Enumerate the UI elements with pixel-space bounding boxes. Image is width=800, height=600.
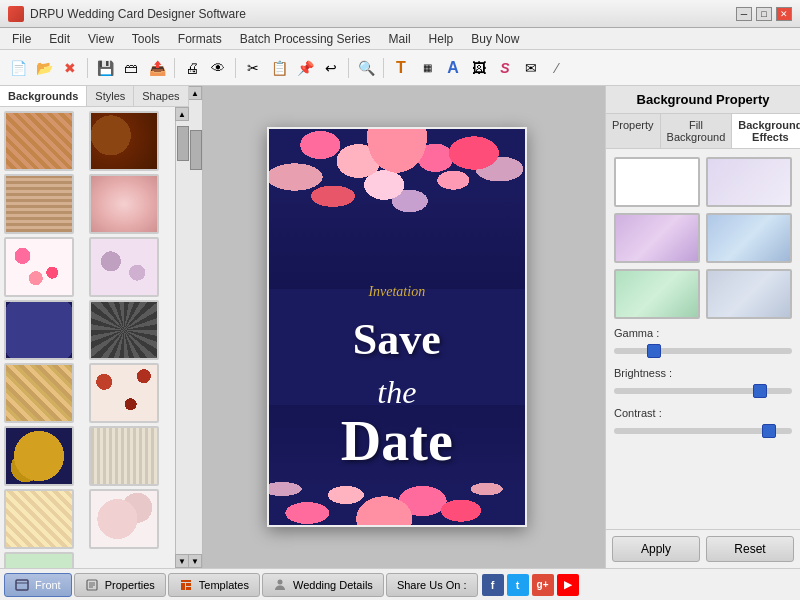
save-button[interactable]: 💾 <box>93 56 117 80</box>
effect-thumb-5[interactable] <box>706 269 792 319</box>
front-button[interactable]: Front <box>4 573 72 597</box>
contrast-section: Contrast : <box>614 407 792 437</box>
bg-thumb-1[interactable] <box>4 111 74 171</box>
tab-backgrounds[interactable]: Backgrounds <box>0 86 87 106</box>
menu-formats[interactable]: Formats <box>170 30 230 48</box>
menu-file[interactable]: File <box>4 30 39 48</box>
zoom-button[interactable]: 🔍 <box>354 56 378 80</box>
text-button[interactable]: T <box>389 56 413 80</box>
twitter-icon[interactable]: t <box>507 574 529 596</box>
preview-button[interactable]: 👁 <box>206 56 230 80</box>
tab-background-effects[interactable]: Background Effects <box>732 114 800 148</box>
templates-button[interactable]: Templates <box>168 573 260 597</box>
menu-help[interactable]: Help <box>421 30 462 48</box>
scroll-track <box>176 121 189 554</box>
wedding-details-button[interactable]: Wedding Details <box>262 573 384 597</box>
svg-point-6 <box>277 579 282 584</box>
canvas-scroll-down[interactable]: ▼ <box>189 554 203 568</box>
svg-rect-0 <box>16 580 28 590</box>
canvas-scroll-up[interactable]: ▲ <box>189 86 203 100</box>
draw-button[interactable]: ⁄ <box>545 56 569 80</box>
bg-thumb-15[interactable] <box>4 552 74 568</box>
open-button[interactable]: 📂 <box>32 56 56 80</box>
brightness-slider-container <box>614 383 792 397</box>
menu-batch-processing[interactable]: Batch Processing Series <box>232 30 379 48</box>
paste-button[interactable]: 📌 <box>293 56 317 80</box>
menu-bar: File Edit View Tools Formats Batch Proce… <box>0 28 800 50</box>
cut-button[interactable]: ✂ <box>241 56 265 80</box>
bg-thumb-8[interactable] <box>89 300 159 360</box>
effect-thumb-2[interactable] <box>614 213 700 263</box>
contrast-slider[interactable] <box>614 428 792 434</box>
close-file-button[interactable]: ✖ <box>58 56 82 80</box>
font-button[interactable]: A <box>441 56 465 80</box>
effects-grid <box>614 157 792 319</box>
copy-button[interactable]: 📋 <box>267 56 291 80</box>
properties-button[interactable]: Properties <box>74 573 166 597</box>
undo-button[interactable]: ↩ <box>319 56 343 80</box>
left-scrollbar[interactable]: ▲ ▼ <box>175 107 189 568</box>
card-invitation-text: Invetation <box>269 284 525 300</box>
flower-decoration-top <box>269 129 525 289</box>
app-title: DRPU Wedding Card Designer Software <box>30 7 736 21</box>
bg-thumb-12[interactable] <box>89 426 159 486</box>
bg-thumb-3[interactable] <box>4 174 74 234</box>
gamma-label: Gamma : <box>614 327 792 339</box>
menu-tools[interactable]: Tools <box>124 30 168 48</box>
tab-styles[interactable]: Styles <box>87 86 134 106</box>
tab-shapes[interactable]: Shapes <box>134 86 188 106</box>
bg-thumb-5[interactable] <box>4 237 74 297</box>
gamma-slider[interactable] <box>614 348 792 354</box>
print-button[interactable]: 🖨 <box>180 56 204 80</box>
gamma-slider-row <box>614 343 792 357</box>
barcode-button[interactable]: ▦ <box>415 56 439 80</box>
brightness-label: Brightness : <box>614 367 792 379</box>
bg-thumb-14[interactable] <box>89 489 159 549</box>
signature-button[interactable]: S <box>493 56 517 80</box>
menu-edit[interactable]: Edit <box>41 30 78 48</box>
reset-button[interactable]: Reset <box>706 536 794 562</box>
effect-thumb-3[interactable] <box>706 213 792 263</box>
effect-thumb-4[interactable] <box>614 269 700 319</box>
close-button[interactable]: ✕ <box>776 7 792 21</box>
new-button[interactable]: 📄 <box>6 56 30 80</box>
title-bar: DRPU Wedding Card Designer Software ─ □ … <box>0 0 800 28</box>
brightness-slider-row <box>614 383 792 397</box>
bg-thumb-10[interactable] <box>89 363 159 423</box>
bg-thumb-9[interactable] <box>4 363 74 423</box>
facebook-icon[interactable]: f <box>482 574 504 596</box>
right-panel-title: Background Property <box>606 86 800 114</box>
maximize-button[interactable]: □ <box>756 7 772 21</box>
canvas-scroll-thumb[interactable] <box>190 130 202 170</box>
brightness-section: Brightness : <box>614 367 792 397</box>
menu-view[interactable]: View <box>80 30 122 48</box>
gamma-section: Gamma : <box>614 327 792 357</box>
toolbar: 📄 📂 ✖ 💾 🗃 📤 🖨 👁 ✂ 📋 📌 ↩ 🔍 T ▦ A 🖼 S ✉ ⁄ <box>0 50 800 86</box>
tab-fill-background[interactable]: Fill Background <box>661 114 733 148</box>
bg-thumb-2[interactable] <box>89 111 159 171</box>
menu-buy-now[interactable]: Buy Now <box>463 30 527 48</box>
bg-thumb-13[interactable] <box>4 489 74 549</box>
image-button[interactable]: 🖼 <box>467 56 491 80</box>
bg-thumb-4[interactable] <box>89 174 159 234</box>
effect-thumb-1[interactable] <box>706 157 792 207</box>
minimize-button[interactable]: ─ <box>736 7 752 21</box>
scroll-up-button[interactable]: ▲ <box>175 107 189 121</box>
youtube-icon[interactable]: ▶ <box>557 574 579 596</box>
brightness-slider[interactable] <box>614 388 792 394</box>
googleplus-icon[interactable]: g+ <box>532 574 554 596</box>
export-button[interactable]: 📤 <box>145 56 169 80</box>
email-button[interactable]: ✉ <box>519 56 543 80</box>
menu-mail[interactable]: Mail <box>381 30 419 48</box>
scroll-down-button[interactable]: ▼ <box>175 554 189 568</box>
save-all-button[interactable]: 🗃 <box>119 56 143 80</box>
canvas-scrollbar-v[interactable]: ▲ ▼ <box>189 86 203 568</box>
bg-thumb-7[interactable] <box>4 300 74 360</box>
wedding-details-icon <box>273 578 287 592</box>
effect-thumb-none[interactable] <box>614 157 700 207</box>
bg-thumb-6[interactable] <box>89 237 159 297</box>
bg-thumb-11[interactable] <box>4 426 74 486</box>
tab-property[interactable]: Property <box>606 114 661 148</box>
scroll-thumb-vertical[interactable] <box>177 126 189 161</box>
apply-button[interactable]: Apply <box>612 536 700 562</box>
